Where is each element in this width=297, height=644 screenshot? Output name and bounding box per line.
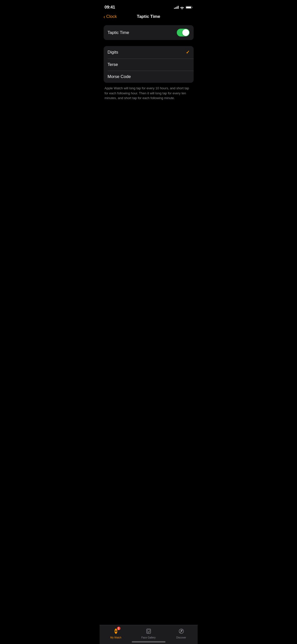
status-time: 09:41 [105,5,115,10]
taptic-time-toggle[interactable] [177,29,190,36]
option-terse[interactable]: Terse [104,59,194,71]
description-text: Apple Watch will long tap for every 10 h… [104,86,194,101]
back-button[interactable]: ‹ Clock [104,14,117,19]
option-morse-code-label: Morse Code [108,74,131,79]
back-label: Clock [106,14,117,19]
status-bar: 09:41 [100,0,198,11]
battery-icon [186,6,193,9]
option-morse-code[interactable]: Morse Code [104,71,194,83]
options-section: Digits ✓ Terse Morse Code [104,46,194,83]
taptic-time-section: Taptic Time [104,25,194,40]
toggle-knob [182,29,189,36]
option-digits[interactable]: Digits ✓ [104,46,194,59]
status-icons [174,6,193,9]
option-terse-label: Terse [108,62,118,67]
navigation-header: ‹ Clock Taptic Time [100,12,198,21]
taptic-time-label: Taptic Time [108,30,129,35]
taptic-time-row: Taptic Time [104,25,194,40]
main-content: Taptic Time Digits ✓ Terse Morse Code Ap… [100,21,198,101]
option-digits-label: Digits [108,50,118,55]
page-title: Taptic Time [137,14,160,19]
checkmark-icon: ✓ [186,50,190,55]
wifi-icon [180,6,184,9]
signal-icon [174,6,179,9]
chevron-left-icon: ‹ [104,14,105,19]
